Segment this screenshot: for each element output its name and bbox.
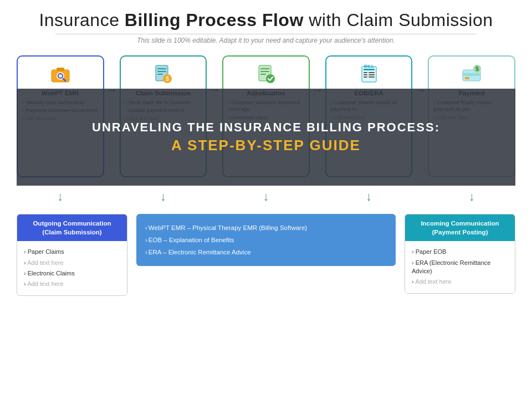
down-arrow-slot3: ↓	[222, 190, 310, 204]
svg-rect-27	[465, 77, 469, 79]
overlay-subtitle: A STEP-BY-STEP GUIDE	[171, 137, 361, 154]
flow-section: WebPT EMR Validate case authenticity Pre…	[17, 55, 515, 188]
svg-text:BILL: BILL	[364, 64, 374, 69]
bottom-section: Outgoing Communication(Claim Submission)…	[17, 214, 515, 296]
down-arrow4-icon: ↓	[366, 190, 372, 204]
center-list: WebPT EMR – Physical Therapy EMR (Billin…	[145, 222, 387, 258]
down-arrow-slot4: ↓	[325, 190, 413, 204]
down-arrow-slot2: ↓	[120, 190, 207, 204]
svg-rect-21	[369, 74, 375, 75]
claim-icon: $	[125, 62, 202, 86]
down-arrows-row: ↓ ↓ ↓ ↓ ↓	[17, 190, 515, 204]
svg-rect-18	[364, 72, 367, 73]
incoming-item1: Paper EOB	[412, 247, 508, 257]
title-bold: Billing Process Flow	[125, 10, 304, 30]
outgoing-body: Paper Claims Add text here Electronic Cl…	[17, 241, 127, 295]
svg-rect-6	[157, 68, 166, 69]
incoming-body: Paper EOB ERA (Electronic Remittance Adv…	[405, 241, 515, 293]
incoming-item2: ERA (Electronic Remittance Advice)	[412, 258, 508, 277]
down-arrow3-icon: ↓	[263, 190, 269, 204]
center-item2: EOB – Explanation of Benefits	[145, 234, 387, 246]
center-item1: WebPT EMR – Physical Therapy EMR (Billin…	[145, 222, 387, 234]
outgoing-list: Paper Claims Add text here Electronic Cl…	[24, 247, 120, 290]
outgoing-item4: Add text here	[24, 279, 120, 289]
svg-rect-7	[157, 71, 166, 72]
svg-rect-23	[369, 76, 375, 78]
svg-rect-19	[369, 72, 375, 73]
incoming-comm-box: Incoming Communication(Payment Posting) …	[405, 214, 515, 294]
svg-rect-12	[260, 68, 269, 69]
eob-icon: BILL	[331, 62, 407, 86]
center-item3: ERA – Electronic Remittance Advice	[145, 246, 387, 258]
down-arrow1-icon: ↓	[57, 190, 63, 204]
svg-text:$: $	[166, 76, 170, 82]
center-info-box: WebPT EMR – Physical Therapy EMR (Billin…	[136, 214, 396, 266]
outgoing-header: Outgoing Communication(Claim Submission)	[17, 214, 127, 241]
down-arrow-slot1: ↓	[17, 190, 104, 204]
header-divider	[55, 34, 477, 34]
svg-text:$: $	[475, 66, 479, 72]
outgoing-header-text: Outgoing Communication(Claim Submission)	[33, 220, 111, 236]
outgoing-item2: Add text here	[24, 258, 120, 268]
title-normal: Insurance	[39, 10, 124, 30]
outgoing-item1: Paper Claims	[24, 247, 120, 257]
incoming-header: Incoming Communication(Payment Posting)	[405, 214, 515, 241]
down-arrow-slot5: ↓	[428, 190, 515, 204]
svg-point-15	[266, 74, 275, 83]
svg-rect-14	[260, 74, 266, 75]
page: Insurance Billing Process Flow with Clai…	[0, 0, 532, 399]
svg-rect-13	[260, 71, 269, 72]
svg-rect-8	[157, 74, 163, 75]
svg-rect-26	[463, 73, 480, 76]
adjudication-icon	[228, 62, 304, 86]
svg-rect-22	[364, 76, 367, 78]
overlay-title: UNRAVELING THE INSURANCE BILLING PROCESS…	[92, 120, 440, 135]
title-suffix: with Claim Submission	[304, 10, 493, 30]
down-arrow5-icon: ↓	[469, 190, 475, 204]
payment-icon: $	[433, 62, 510, 86]
header-subtitle: This slide is 100% editable. Adapt it to…	[22, 37, 510, 44]
svg-rect-17	[364, 69, 375, 70]
down-arrow2-icon: ↓	[160, 190, 166, 204]
incoming-item3: Add text here	[412, 277, 508, 287]
webpt-icon	[22, 62, 99, 86]
header: Insurance Billing Process Flow with Clai…	[0, 0, 532, 48]
dark-overlay: UNRAVELING THE INSURANCE BILLING PROCESS…	[17, 89, 515, 186]
svg-rect-1	[57, 68, 64, 71]
page-title: Insurance Billing Process Flow with Clai…	[22, 10, 510, 30]
incoming-list: Paper EOB ERA (Electronic Remittance Adv…	[412, 247, 508, 288]
incoming-header-text: Incoming Communication(Payment Posting)	[421, 220, 499, 236]
outgoing-comm-box: Outgoing Communication(Claim Submission)…	[17, 214, 127, 296]
outgoing-item3: Electronic Claims	[24, 268, 120, 279]
svg-rect-20	[364, 74, 367, 75]
